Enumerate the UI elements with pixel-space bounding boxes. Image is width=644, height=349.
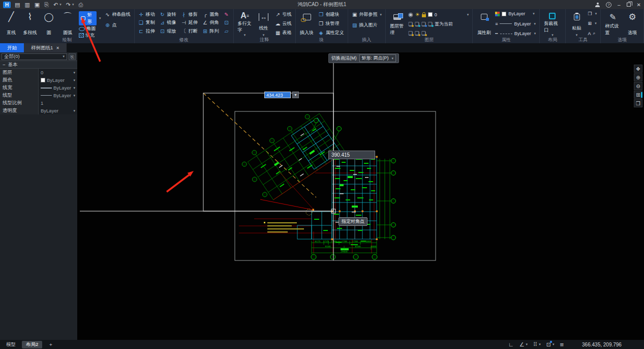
osnap-caret-icon[interactable]: ▾ xyxy=(553,342,555,346)
tool-insert-block-button[interactable]: 插入块 xyxy=(299,10,315,37)
find-text-icon[interactable]: A xyxy=(588,31,591,36)
tool-point-button[interactable]: ⊕ 点 xyxy=(105,22,131,28)
object-snap-icon[interactable]: ⊡ xyxy=(546,341,551,348)
pan-icon[interactable]: ✥ xyxy=(634,65,642,73)
tab-start[interactable]: 开始 xyxy=(0,43,24,52)
polar-tracking-icon[interactable]: ∠ xyxy=(519,341,525,348)
rectangle-caret-icon[interactable]: ▾ xyxy=(99,16,101,20)
add-selected-icon[interactable]: ⊞ xyxy=(588,21,592,26)
prop-lineweight-dropdown[interactable]: ByLayer ▾ xyxy=(38,84,77,92)
color-dropdown-caret-icon[interactable]: ▾ xyxy=(533,12,535,16)
tool-polyline-button[interactable]: ⌇ 多段线 xyxy=(22,10,38,37)
tool-trim-button[interactable]: ∤修剪 xyxy=(181,11,198,18)
layer-state-icon-1[interactable]: ❏ xyxy=(408,21,413,27)
paste-button[interactable]: 粘贴 ▾ xyxy=(569,10,585,37)
undo-icon[interactable]: ↶ xyxy=(53,2,58,8)
zoom-out-icon[interactable]: ⊖ xyxy=(634,82,642,90)
zoom-in-icon[interactable]: ⊕ xyxy=(634,73,642,81)
match-properties-button[interactable]: 属性刷 xyxy=(476,10,492,37)
tool-wipeout-button[interactable]: ⊡ xyxy=(224,19,230,26)
linetype-caret-icon[interactable]: ▾ xyxy=(534,32,536,36)
layout2-tab[interactable]: 布局2 xyxy=(22,341,42,348)
options-button[interactable]: ⚙ 选项 xyxy=(625,10,640,37)
tool-line-button[interactable]: ╱ 直线 xyxy=(4,10,19,37)
zoom-window-icon[interactable]: ⊞ xyxy=(634,91,642,99)
close-button[interactable]: ✕ xyxy=(637,2,641,8)
tab-close-icon[interactable]: ✕ xyxy=(56,46,59,50)
set-current-layer-button[interactable]: 置为当前 xyxy=(435,21,453,27)
tool-revcloud-button[interactable]: ☁云线 xyxy=(275,20,292,27)
add-layout-button[interactable]: ＋ xyxy=(48,341,53,348)
layer-visibility-icon[interactable]: ◉ xyxy=(408,11,413,18)
tool-spline-button[interactable]: ∿ 样条曲线 xyxy=(105,11,131,18)
restore-button[interactable] xyxy=(627,3,631,7)
tool-move-button[interactable]: ✛移动 xyxy=(138,11,155,18)
tool-mtext-button[interactable]: A≡ 多行文字 ▾ xyxy=(237,10,253,37)
tool-attribute-def-button[interactable]: ◈属性定义 xyxy=(318,30,344,36)
tool-linear-dim-button[interactable]: ↔ 线性 ▾ xyxy=(256,10,271,37)
tool-chamfer-button[interactable]: ∠倒角 xyxy=(202,19,219,26)
save-icon[interactable]: ▣ xyxy=(35,2,40,8)
tool-erase-button[interactable]: ✎ xyxy=(224,11,230,18)
tool-scale-button[interactable]: ⊡缩放 xyxy=(160,27,176,35)
section-basic[interactable]: − 基本 xyxy=(0,61,77,69)
tool-arc-button[interactable]: ⌒ 圆弧 xyxy=(60,10,75,37)
tool-copy-button[interactable]: ❏复制 xyxy=(138,19,155,26)
snap-grid-icon[interactable]: ⠿ xyxy=(533,341,537,348)
layer-lock-icon[interactable] xyxy=(422,14,426,17)
new-file-icon[interactable]: ▤ xyxy=(15,2,20,8)
style-settings-button[interactable]: ✎ 样式设置 xyxy=(604,10,621,37)
lineweight-caret-icon[interactable]: ▾ xyxy=(534,22,536,26)
layer-dropdown-caret-icon[interactable]: ▾ xyxy=(467,13,469,17)
xref-caret-icon[interactable]: ▾ xyxy=(380,13,382,17)
tool-rectangle-button-active[interactable]: 矩形 xyxy=(79,11,97,25)
open-file-icon[interactable]: ▥ xyxy=(24,2,29,8)
redo-caret-icon[interactable]: ▾ xyxy=(72,3,74,7)
layer-manager-button[interactable]: 图层管理 xyxy=(389,10,405,37)
method-dropdown[interactable]: 矩形: 两点(P) ▾ xyxy=(359,54,396,62)
save-as-icon[interactable]: ⎘ xyxy=(44,2,49,8)
layer-state-icon-2[interactable]: ❏ xyxy=(415,21,419,27)
layer-freeze-icon[interactable]: ☀ xyxy=(415,12,420,17)
tool-table-button[interactable]: ▦表格 xyxy=(275,30,292,36)
tool-extend-button[interactable]: ⊣延伸 xyxy=(181,19,198,26)
mtext-caret-icon[interactable]: ▾ xyxy=(244,34,246,36)
linear-dim-caret-icon[interactable]: ▾ xyxy=(263,34,265,36)
app-logo-icon[interactable]: H xyxy=(3,2,11,8)
selection-filter-dropdown[interactable]: 全部(0) ▾ xyxy=(2,53,67,60)
tool-circle-button[interactable]: ◯ 圆 xyxy=(41,10,56,37)
layer-state-icon-3[interactable]: ❏ xyxy=(421,21,426,27)
object-color-swatch[interactable] xyxy=(502,12,506,16)
prop-color-dropdown[interactable]: ByLayer ▾ xyxy=(38,76,77,84)
ortho-mode-icon[interactable]: ∟ xyxy=(508,341,514,347)
tool-break-button[interactable]: 〔打断 xyxy=(181,27,198,35)
tool-group-button[interactable]: ▱ xyxy=(224,27,230,35)
tool-fillet-button[interactable]: ╭圆角 xyxy=(202,11,219,18)
polar-caret-icon[interactable]: ▾ xyxy=(526,342,528,346)
tool-rotate-button[interactable]: ↻旋转 xyxy=(160,11,176,18)
user-account-icon[interactable] xyxy=(595,3,600,7)
print-icon[interactable]: ⎙ xyxy=(79,2,83,8)
quick-select-button[interactable]: ⎘ xyxy=(69,53,76,60)
menu-lines-icon[interactable]: ≡ xyxy=(560,341,564,348)
layer-state-icon-4[interactable]: ❏ xyxy=(428,21,433,27)
tool-xref-button[interactable]: ▣ 外部参照 ▾ xyxy=(352,11,382,18)
tool-mirror-button[interactable]: ⊿镜像 xyxy=(160,19,176,26)
prop-linetype-dropdown[interactable]: ByLayer ▾ xyxy=(38,92,77,99)
tool-create-block-button[interactable]: ❐创建块 xyxy=(318,11,344,18)
prop-layer-dropdown[interactable]: 0 ▾ xyxy=(38,69,77,76)
tool-array-button[interactable]: ⊞阵列 xyxy=(202,27,219,35)
prop-ltscale-field[interactable]: 1 xyxy=(38,99,77,107)
tool-stretch-button[interactable]: ⊏拉伸 xyxy=(138,27,155,35)
paste-caret-icon[interactable]: ▾ xyxy=(576,34,578,36)
redo-icon[interactable]: ↷ xyxy=(66,2,71,8)
zoom-extents-icon[interactable]: ❒ xyxy=(634,99,642,107)
model-tab[interactable]: 模型 xyxy=(6,341,16,348)
minimize-button[interactable]: – xyxy=(618,2,621,8)
copy-clip-icon[interactable]: ❐ xyxy=(588,11,592,16)
tool-insert-image-button[interactable]: ▨ 插入图片 xyxy=(352,22,382,28)
layer-state-icon-6[interactable]: ❏ xyxy=(415,31,419,36)
undo-caret-icon[interactable]: ▾ xyxy=(59,3,62,7)
layer-state-icon-5[interactable]: ❏ xyxy=(408,31,413,36)
clip-viewport-caret-icon[interactable]: ▾ xyxy=(551,34,554,36)
